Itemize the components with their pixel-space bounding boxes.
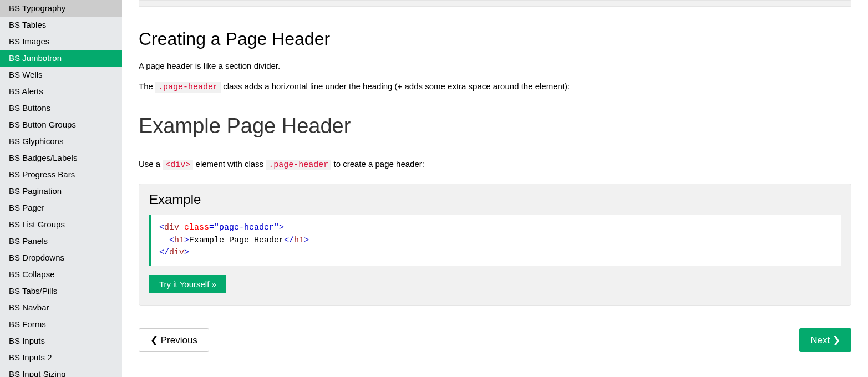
intro-paragraph-2: The .page-header class adds a horizontal… xyxy=(139,79,851,95)
sidebar-item-bs-dropdowns[interactable]: BS Dropdowns xyxy=(0,249,122,266)
sidebar-item-bs-wells[interactable]: BS Wells xyxy=(0,67,122,83)
intro-paragraph-1: A page header is like a section divider. xyxy=(139,58,851,73)
sidebar-item-bs-jumbotron[interactable]: BS Jumbotron xyxy=(0,50,122,67)
sidebar-item-bs-progress-bars[interactable]: BS Progress Bars xyxy=(0,166,122,183)
sidebar-item-bs-badges-labels[interactable]: BS Badges/Labels xyxy=(0,150,122,166)
sidebar-item-bs-images[interactable]: BS Images xyxy=(0,33,122,50)
use-text-a: Use a xyxy=(139,159,163,169)
sidebar-item-bs-list-groups[interactable]: BS List Groups xyxy=(0,216,122,233)
intro2-text-b: class adds a horizontal line under the h… xyxy=(221,81,570,91)
sidebar-item-bs-pager[interactable]: BS Pager xyxy=(0,200,122,216)
sidebar-item-bs-typography[interactable]: BS Typography xyxy=(0,0,122,17)
use-text-b: element with class xyxy=(193,159,266,169)
try-it-yourself-button[interactable]: Try it Yourself » xyxy=(149,275,226,293)
usage-paragraph: Use a <div> element with class .page-hea… xyxy=(139,156,851,172)
code-block: <div class="page-header"> <h1>Example Pa… xyxy=(149,215,841,266)
intro2-text-a: The xyxy=(139,81,155,91)
sidebar-item-bs-buttons[interactable]: BS Buttons xyxy=(0,100,122,116)
top-banner-strip xyxy=(139,0,851,7)
sidebar-item-bs-inputs[interactable]: BS Inputs xyxy=(0,333,122,349)
code-div-tag: <div> xyxy=(163,160,193,170)
bottom-divider xyxy=(139,369,851,369)
sidebar-item-bs-alerts[interactable]: BS Alerts xyxy=(0,83,122,100)
demo-heading: Example Page Header xyxy=(139,114,851,138)
sidebar-item-bs-glyphicons[interactable]: BS Glyphicons xyxy=(0,133,122,150)
sidebar-item-bs-forms[interactable]: BS Forms xyxy=(0,316,122,333)
example-box: Example <div class="page-header"> <h1>Ex… xyxy=(139,184,851,306)
sidebar-item-bs-tabs-pills[interactable]: BS Tabs/Pills xyxy=(0,283,122,299)
sidebar-item-bs-inputs-2[interactable]: BS Inputs 2 xyxy=(0,349,122,366)
example-title: Example xyxy=(149,192,841,207)
previous-button[interactable]: ❮ Previous xyxy=(139,328,209,352)
use-text-c: to create a page header: xyxy=(331,159,424,169)
sidebar-item-bs-button-groups[interactable]: BS Button Groups xyxy=(0,116,122,133)
sidebar-item-bs-navbar[interactable]: BS Navbar xyxy=(0,299,122,316)
sidebar-item-bs-tables[interactable]: BS Tables xyxy=(0,17,122,33)
main-content: Creating a Page Header A page header is … xyxy=(122,0,868,377)
sidebar-item-bs-input-sizing[interactable]: BS Input Sizing xyxy=(0,366,122,377)
sidebar-nav: BS TypographyBS TablesBS ImagesBS Jumbot… xyxy=(0,0,122,377)
sidebar-item-bs-collapse[interactable]: BS Collapse xyxy=(0,266,122,283)
next-button[interactable]: Next ❯ xyxy=(799,328,851,352)
sidebar-item-bs-pagination[interactable]: BS Pagination xyxy=(0,183,122,200)
sidebar-item-bs-panels[interactable]: BS Panels xyxy=(0,233,122,249)
pager-nav: ❮ Previous Next ❯ xyxy=(139,328,851,352)
code-page-header-class-2: .page-header xyxy=(266,160,331,170)
code-page-header-class: .page-header xyxy=(155,82,221,93)
section-title: Creating a Page Header xyxy=(139,29,851,49)
page-header-demo: Example Page Header xyxy=(139,114,851,145)
